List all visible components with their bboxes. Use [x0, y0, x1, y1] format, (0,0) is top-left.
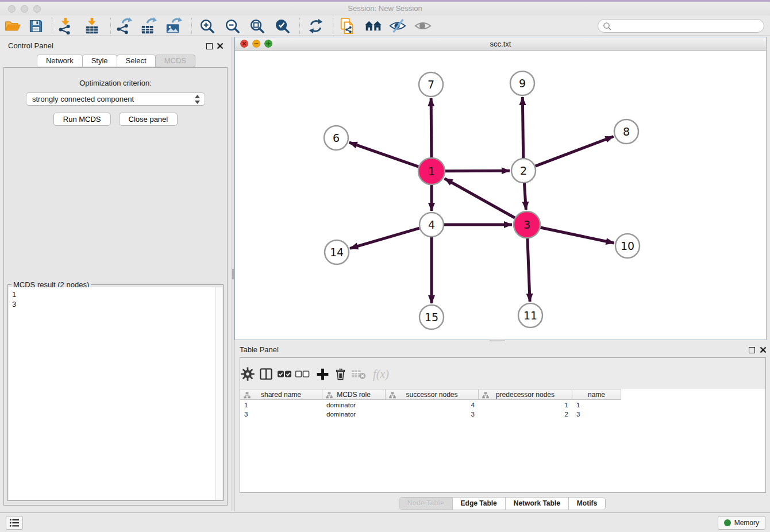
edge-2-8[interactable] — [536, 137, 614, 167]
tab-motifs[interactable]: Motifs — [569, 498, 605, 510]
criterion-select[interactable]: strongly connected component — [26, 92, 205, 106]
control-panel: Control Panel Network Style Select MCDS … — [0, 37, 232, 511]
show-columns-icon[interactable] — [257, 365, 275, 383]
node-label-9: 9 — [519, 77, 526, 90]
edge-2-3[interactable] — [524, 183, 526, 210]
open-session-icon[interactable] — [3, 17, 22, 34]
tab-edge-table[interactable]: Edge Table — [453, 498, 506, 510]
network-titlebar[interactable]: scc.txt — [235, 37, 766, 51]
node-label-2: 2 — [520, 164, 527, 177]
close-table-panel-icon[interactable] — [760, 346, 767, 353]
delete-column-trash-icon[interactable] — [332, 365, 349, 383]
export-network-icon[interactable] — [114, 17, 134, 34]
main-toolbar — [0, 16, 770, 36]
hide-graphics-details-icon[interactable] — [388, 17, 407, 34]
tab-node-table[interactable]: Node Table — [399, 498, 453, 510]
mcds-result-item[interactable]: 1 — [12, 290, 215, 299]
node-label-4: 4 — [428, 218, 435, 231]
table-settings-gear-icon[interactable] — [239, 365, 256, 383]
flow-sort-icon — [326, 392, 333, 399]
edge-3-1[interactable] — [445, 179, 515, 218]
toolbar-separator — [333, 18, 333, 34]
zoom-fit-icon[interactable] — [247, 17, 267, 34]
network-window: scc.txt 1234678910111415 — [234, 37, 767, 340]
app-titlebar[interactable]: Session: New Session — [0, 2, 770, 16]
table-rows: 1 dominator 4 1 1 3 dominator 3 2 3 — [240, 400, 765, 419]
node-label-8: 8 — [623, 125, 630, 138]
search-box — [598, 19, 764, 33]
memory-button[interactable]: Memory — [718, 516, 765, 530]
edge-1-7[interactable] — [431, 98, 432, 157]
table-panel-tabs: Node Table Edge Table Network Table Moti… — [234, 497, 770, 510]
deselect-all-icon[interactable] — [294, 365, 311, 383]
tab-style[interactable]: Style — [82, 55, 117, 67]
save-session-icon[interactable] — [26, 17, 45, 34]
node-label-15: 15 — [425, 311, 438, 323]
node-label-3: 3 — [523, 218, 530, 231]
mcds-panel: Optimization criterion: strongly connect… — [3, 67, 228, 506]
flow-sort-icon — [482, 392, 489, 399]
close-panel-button[interactable]: Close panel — [119, 113, 178, 126]
node-table-box: f(x) shared name — [240, 357, 766, 493]
zoom-out-icon[interactable] — [222, 17, 242, 34]
node-label-6: 6 — [333, 132, 340, 144]
column-header-mcds-role[interactable]: MCDS role — [322, 390, 386, 399]
edge-1-2[interactable] — [445, 171, 510, 171]
edge-3-11[interactable] — [528, 238, 530, 302]
column-header-name[interactable]: name — [572, 390, 621, 399]
tab-mcds[interactable]: MCDS — [155, 55, 195, 67]
mcds-result-group: MCDS result (2 nodes) 1 3 — [7, 284, 224, 501]
refresh-layout-icon[interactable] — [306, 17, 325, 34]
control-panel-tabs: Network Style Select MCDS — [0, 54, 232, 67]
network-canvas[interactable]: 1234678910111415 — [235, 51, 766, 340]
show-graphics-details-icon[interactable] — [413, 17, 433, 34]
run-mcds-button[interactable]: Run MCDS — [53, 113, 111, 126]
column-header-successor-nodes[interactable]: successor nodes — [386, 390, 479, 399]
edge-4-14[interactable] — [350, 228, 419, 248]
splitter-grip[interactable] — [232, 269, 234, 279]
toolbar-separator — [52, 18, 52, 34]
table-toolbar: f(x) — [240, 358, 765, 389]
result-scrollbar[interactable] — [215, 287, 222, 500]
delete-table-icon-disabled — [350, 365, 367, 383]
edge-3-10[interactable] — [540, 228, 614, 243]
edge-1-6[interactable] — [349, 142, 419, 167]
tab-select[interactable]: Select — [117, 55, 156, 67]
column-header-predecessor-nodes[interactable]: predecessor nodes — [479, 390, 572, 399]
add-column-icon[interactable] — [314, 365, 331, 383]
tab-network-table[interactable]: Network Table — [506, 498, 569, 510]
task-history-button[interactable] — [6, 516, 23, 530]
import-table-icon[interactable] — [82, 17, 102, 34]
home-layout-icon[interactable] — [363, 17, 383, 34]
mcds-result-item[interactable]: 3 — [12, 299, 215, 309]
tab-network[interactable]: Network — [37, 55, 83, 67]
search-icon — [603, 22, 612, 31]
zoom-selected-icon[interactable] — [272, 17, 292, 34]
select-all-icon[interactable] — [276, 365, 293, 383]
close-panel-icon[interactable] — [217, 43, 224, 49]
table-row[interactable]: 1 dominator 4 1 1 — [240, 400, 765, 410]
float-table-panel-icon[interactable] — [749, 347, 755, 353]
memory-label: Memory — [734, 519, 759, 527]
app-title: Session: New Session — [0, 4, 770, 13]
export-table-icon[interactable] — [139, 17, 159, 34]
control-panel-title: Control Panel — [8, 41, 53, 50]
column-header-shared-name[interactable]: shared name — [240, 390, 322, 399]
zoom-in-icon[interactable] — [197, 17, 217, 34]
mcds-result-list[interactable]: 1 3 — [9, 287, 215, 500]
search-input[interactable] — [614, 20, 758, 32]
float-panel-icon[interactable] — [206, 43, 213, 49]
optimization-criterion-label: Optimization criterion: — [4, 79, 227, 87]
node-label-7: 7 — [428, 78, 434, 91]
flow-sort-icon — [389, 392, 396, 399]
mcds-buttons: Run MCDS Close panel — [4, 113, 227, 126]
table-row[interactable]: 3 dominator 3 2 3 — [240, 410, 765, 419]
node-label-11: 11 — [523, 309, 537, 322]
flow-sort-icon — [244, 392, 251, 399]
horizontal-splitter-grip[interactable] — [490, 340, 505, 341]
import-network-icon[interactable] — [56, 17, 75, 34]
clone-network-icon[interactable] — [338, 17, 357, 34]
select-stepper-icon — [195, 95, 200, 104]
edge-2-9[interactable] — [522, 97, 523, 158]
export-image-icon[interactable] — [164, 17, 183, 34]
